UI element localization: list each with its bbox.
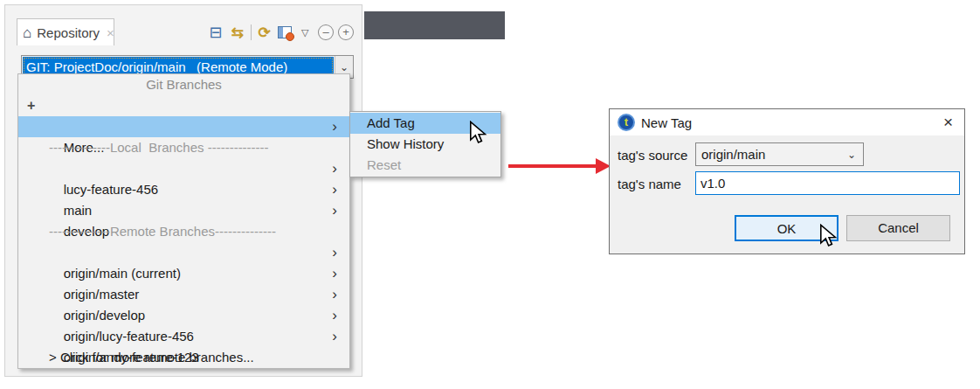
tag-source-select[interactable]: origin/main ⌄ <box>695 142 864 166</box>
menu-item-more[interactable]: More... › <box>18 116 349 137</box>
toolbar-separator <box>251 24 252 40</box>
submenu-arrow-icon: › <box>332 200 337 221</box>
tab-label: Repository <box>37 25 100 40</box>
tag-name-label: tag's name <box>618 177 681 191</box>
submenu-item-reset: Reset <box>350 155 500 176</box>
menu-item-branch[interactable]: origin/andy-feature-123 › <box>18 326 349 347</box>
menu-item-branch[interactable]: main › <box>18 179 349 200</box>
submenu-arrow-icon: › <box>332 116 337 137</box>
menu-separator-local: --------------Local Branches -----------… <box>18 137 349 158</box>
menu-header: Git Branches <box>18 74 349 95</box>
ok-button[interactable]: OK <box>735 215 839 241</box>
menu-item-branch[interactable]: origin/develop › <box>18 284 349 305</box>
plus-icon: + <box>27 95 35 116</box>
submenu-item-add-tag[interactable]: Add Tag <box>350 113 500 134</box>
menu-item-branch[interactable]: origin/main (current) › <box>18 242 349 263</box>
details-view-icon[interactable] <box>278 26 293 38</box>
minimize-icon[interactable]: – <box>318 24 334 40</box>
dialog-close-icon[interactable]: × <box>940 113 956 132</box>
menu-item-more-remote-branches[interactable]: > Click for more remote branches... <box>18 347 349 368</box>
new-tag-dialog: t New Tag × tag's source origin/main ⌄ t… <box>609 108 965 254</box>
tag-source-label: tag's source <box>618 148 687 163</box>
branch-actions-submenu: Add Tag Show History Reset <box>349 111 501 177</box>
submenu-arrow-icon: › <box>332 242 337 263</box>
submenu-item-show-history[interactable]: Show History <box>350 134 500 155</box>
tab-repository[interactable]: ⌂ Repository × <box>17 18 114 45</box>
tortoisegit-app-icon: t <box>618 114 635 131</box>
menu-item-branch[interactable]: lucy-feature-456 › <box>18 158 349 179</box>
view-toolbar: ⊟ ⇆ ⟳ ▽ – + <box>207 20 354 45</box>
maximize-icon[interactable]: + <box>338 24 354 40</box>
menu-separator-remote: --------------Remote Branches-----------… <box>18 221 349 242</box>
refresh-icon[interactable]: ⟳ <box>256 25 273 40</box>
view-menu-icon[interactable]: ▽ <box>296 28 314 38</box>
cancel-button[interactable]: Cancel <box>846 215 950 241</box>
red-arrow-line <box>508 164 597 168</box>
menu-item-new-branch[interactable]: +New Branch <box>18 95 349 116</box>
menu-item-branch[interactable]: origin/master › <box>18 263 349 284</box>
collapse-all-icon[interactable]: ⊟ <box>207 24 224 40</box>
submenu-arrow-icon: › <box>332 284 337 305</box>
menu-item-branch[interactable]: origin/lucy-feature-456 › <box>18 305 349 326</box>
editor-header-fragment <box>364 11 505 39</box>
submenu-arrow-icon: › <box>332 158 337 179</box>
tag-name-input[interactable] <box>695 171 960 195</box>
link-with-editor-icon[interactable]: ⇆ <box>229 25 246 40</box>
submenu-arrow-icon: › <box>332 326 337 347</box>
submenu-arrow-icon: › <box>332 179 337 200</box>
submenu-arrow-icon: › <box>332 305 337 326</box>
dialog-title: New Tag <box>641 115 934 130</box>
dialog-titlebar[interactable]: t New Tag × <box>610 109 964 135</box>
submenu-arrow-icon: › <box>332 263 337 284</box>
chevron-down-icon: ⌄ <box>847 149 856 161</box>
branch-menu: Git Branches +New Branch More... › -----… <box>17 73 350 369</box>
tab-close-icon[interactable]: × <box>107 25 114 40</box>
menu-item-branch[interactable]: develop › <box>18 200 349 221</box>
home-icon: ⌂ <box>23 25 31 40</box>
